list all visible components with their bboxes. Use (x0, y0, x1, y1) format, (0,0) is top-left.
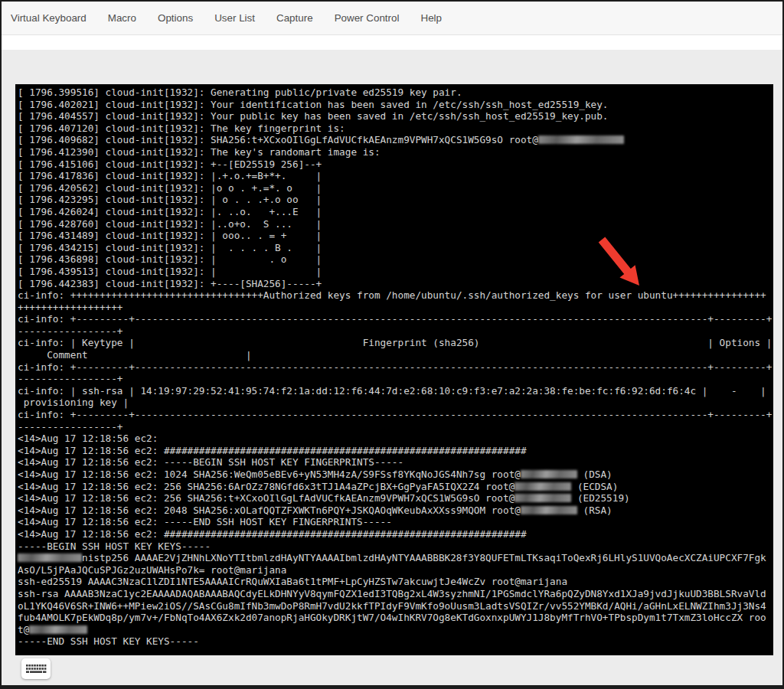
console-line: -----------------+ (18, 421, 772, 433)
console-line: <14>Aug 17 12:18:56 ec2: 1024 SHA256:WeQ… (18, 469, 772, 481)
console-line: [ 1796.420562] cloud-init[1932]: |o o . … (18, 182, 772, 194)
keyboard-icon (24, 662, 47, 676)
redacted-hostname (521, 506, 577, 514)
menu-options[interactable]: Options (158, 12, 193, 24)
menu-virtual-keyboard[interactable]: Virtual Keyboard (11, 12, 87, 24)
console-line: [ 1796.417836] cloud-init[1932]: |.+.o.+… (18, 170, 772, 182)
console-line: <14>Aug 17 12:18:56 ec2: -----BEGIN SSH … (18, 456, 772, 469)
console-line: Comment | (18, 349, 772, 361)
virtual-keyboard-button[interactable] (21, 658, 51, 679)
console-line: [ 1796.428760] cloud-init[1932]: |..o+o.… (18, 218, 772, 230)
console-line: <14>Aug 17 12:18:56 ec2: 256 SHA256:6ArO… (18, 481, 772, 493)
redacted-hostname (29, 625, 87, 634)
menu-macro[interactable]: Macro (108, 12, 136, 24)
console-line: ci-info: +---------+--------------------… (18, 313, 772, 325)
menu-user-list[interactable]: User List (214, 12, 255, 24)
console-line: [ 1796.402021] cloud-init[1932]: Your id… (18, 99, 772, 111)
console-line: -----------------+ (18, 373, 772, 385)
console-line: -----BEGIN SSH HOST KEY KEYS----- (18, 540, 772, 553)
console-line: ci-info: +++++++++++++++++++++++++++++++… (18, 289, 772, 302)
menu-capture[interactable]: Capture (276, 12, 313, 24)
console-line: [ 1796.426024] cloud-init[1932]: |. ..o.… (18, 206, 772, 218)
redacted-hostname (18, 553, 82, 562)
console-line: ssh-rsa AAAAB3NzaC1yc2EAAAADAQABAAABAQCd… (18, 588, 772, 600)
console-line: [ 1796.412390] cloud-init[1932]: The key… (18, 146, 772, 158)
menu-bar: Virtual Keyboard Macro Options User List… (2, 2, 782, 35)
console-line: <14>Aug 17 12:18:56 ec2: (18, 433, 772, 445)
console-line: [ 1796.415106] cloud-init[1932]: +--[ED2… (18, 158, 772, 171)
redacted-hostname (521, 470, 577, 478)
console-line: [ 1796.409682] cloud-init[1932]: SHA256:… (18, 134, 772, 146)
console-line: t@ (18, 624, 772, 636)
console-line: [ 1796.439513] cloud-init[1932]: | | (18, 266, 772, 278)
console-line: ++++++++++++++++++ (18, 302, 772, 314)
console-line: ssh-ed25519 AAAAC3NzaC1lZDI1NTE5AAAAICrR… (18, 576, 772, 588)
console-line: nistp256 AAAAE2VjZHNhLXNoYTItbmlzdHAyNTY… (18, 552, 772, 564)
console-line: ci-info: | Keytype | Fingerprint (sha256… (18, 337, 772, 349)
console-line: ci-info: | ssh-rsa | 14:19:97:29:52:41:9… (18, 385, 772, 397)
console-line: [ 1796.423295] cloud-init[1932]: | o . .… (18, 194, 772, 206)
console-output: [ 1796.399516] cloud-init[1932]: Generat… (18, 87, 772, 648)
console-line: [ 1796.436898] cloud-init[1932]: | . o | (18, 253, 772, 266)
toolbar-strip (2, 35, 782, 50)
menu-help[interactable]: Help (420, 12, 442, 24)
redacted-hostname (514, 482, 571, 491)
console-line: [ 1796.442383] cloud-init[1932]: +----[S… (18, 278, 772, 290)
console-line: -----------------+ (18, 325, 772, 338)
console-line: ci-info: +---------+--------------------… (18, 361, 772, 374)
console-line: [ 1796.404557] cloud-init[1932]: Your pu… (18, 110, 772, 122)
remote-console-window: Virtual Keyboard Macro Options User List… (0, 0, 784, 689)
console-line: oL1YKQ46V6SR+INW6++MPiew2iOS//SAsCGu8mIf… (18, 600, 772, 612)
redacted-hostname (538, 136, 624, 144)
menu-power-control[interactable]: Power Control (335, 12, 400, 24)
console-line: AsO/L5jPAaJQCuSPJGz2uzUWAHsPo7k= root@ma… (18, 564, 772, 576)
console-line: provisioning key | (18, 397, 772, 409)
console-line: <14>Aug 17 12:18:56 ec2: ###############… (18, 445, 772, 457)
console-line: fub4AMOLK7pEkWDq8p/ym7v+/FbNqTo4AX6Zxk2d… (18, 612, 772, 624)
console-screen[interactable]: [ 1796.399516] cloud-init[1932]: Generat… (15, 84, 773, 655)
redacted-hostname (514, 494, 571, 502)
console-line: [ 1796.407120] cloud-init[1932]: The key… (18, 122, 772, 135)
console-line: [ 1796.431489] cloud-init[1932]: | ooo..… (18, 230, 772, 242)
console-line: <14>Aug 17 12:18:56 ec2: -----END SSH HO… (18, 516, 772, 528)
console-line: ci-info: +---------+--------------------… (18, 409, 772, 421)
console-line: <14>Aug 17 12:18:56 ec2: 256 SHA256:t+XC… (18, 492, 772, 505)
console-line: <14>Aug 17 12:18:56 ec2: 2048 SHA256:xOL… (18, 505, 772, 517)
console-line: [ 1796.434215] cloud-init[1932]: | . . .… (18, 242, 772, 254)
console-line: -----END SSH HOST KEY KEYS----- (18, 635, 772, 648)
console-line: [ 1796.399516] cloud-init[1932]: Generat… (18, 87, 772, 99)
console-line: <14>Aug 17 12:18:56 ec2: ###############… (18, 528, 772, 540)
